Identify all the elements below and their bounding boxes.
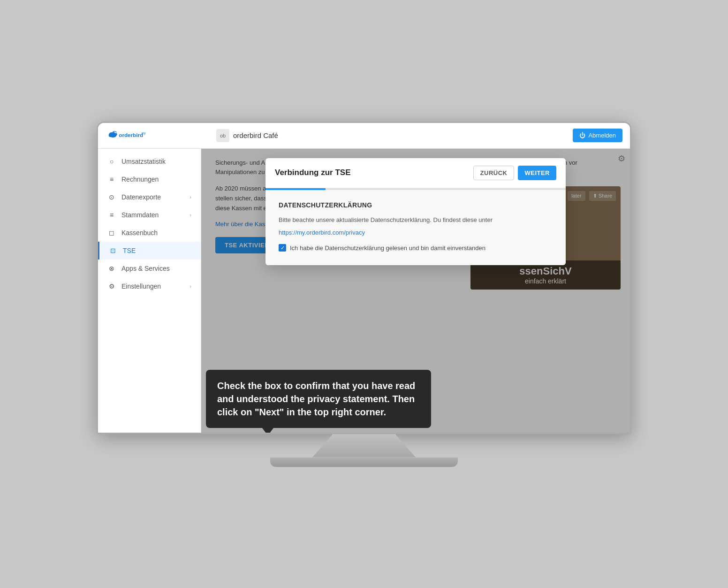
datenschutz-text: Bitte beachte unsere aktualisierte Daten… xyxy=(279,215,553,225)
privacy-checkbox[interactable] xyxy=(279,244,286,252)
modal-body: DATENSCHUTZERKLÄRUNG Bitte beachte unser… xyxy=(265,190,566,265)
chevron-right-icon: › xyxy=(190,283,191,289)
tooltip-box: Check the box to confirm that you have r… xyxy=(206,370,431,428)
checkbox-label: Ich habe die Datenschutzerklärung gelese… xyxy=(290,244,485,252)
sidebar-item-tse[interactable]: ⊡ TSE xyxy=(98,242,201,260)
main-content: ⚙ Sicherungs- und Aufzeichnungssysteme i… xyxy=(201,149,630,433)
main-layout: ○ Umsatzstatistik ≡ Rechnungen ⊙ Datenex… xyxy=(98,149,630,433)
chevron-right-icon: › xyxy=(190,212,191,218)
cafe-name: orderbird Café xyxy=(233,131,278,139)
zuruck-button[interactable]: ZURÜCK xyxy=(473,166,515,180)
modal-dialog: Verbindung zur TSE ZURÜCK WEITER DA xyxy=(265,158,566,265)
sidebar-item-rechnungen[interactable]: ≡ Rechnungen xyxy=(98,170,201,188)
sidebar: ○ Umsatzstatistik ≡ Rechnungen ⊙ Datenex… xyxy=(98,149,201,433)
monitor-stand xyxy=(312,434,416,458)
weiter-button[interactable]: WEITER xyxy=(518,166,556,180)
settings-icon: ⚙ xyxy=(107,283,116,290)
sidebar-item-stammdaten[interactable]: ≡ Stammdaten › xyxy=(98,206,201,224)
data-icon: ≡ xyxy=(107,211,116,219)
power-icon: ⏻ xyxy=(579,132,585,139)
logo-area: orderbird my xyxy=(106,128,209,143)
sidebar-item-kassenbuch[interactable]: ◻ Kassenbuch xyxy=(98,224,201,242)
monitor-base xyxy=(270,458,458,467)
export-icon: ⊙ xyxy=(107,193,116,201)
checkbox-row: Ich habe die Datenschutzerklärung gelese… xyxy=(279,244,553,252)
logo: orderbird my xyxy=(106,128,152,143)
sidebar-item-apps-services[interactable]: ⊗ Apps & Services xyxy=(98,260,201,277)
modal-header: Verbindung zur TSE ZURÜCK WEITER xyxy=(265,158,566,188)
tooltip-arrow xyxy=(262,428,273,433)
sidebar-item-datenexporte[interactable]: ⊙ Datenexporte › xyxy=(98,188,201,206)
header: orderbird my ob orderbird Café ⏻ Abmelde… xyxy=(98,123,630,149)
cafe-icon: ob xyxy=(216,129,229,142)
svg-text:orderbird: orderbird xyxy=(119,132,143,138)
datenschutz-title: DATENSCHUTZERKLÄRUNG xyxy=(279,201,553,209)
shield-icon: ⊡ xyxy=(109,247,117,254)
chart-icon: ○ xyxy=(107,158,116,165)
invoice-icon: ≡ xyxy=(107,176,116,183)
apps-icon: ⊗ xyxy=(107,265,116,272)
book-icon: ◻ xyxy=(107,229,116,237)
svg-text:my: my xyxy=(142,131,146,135)
sidebar-item-einstellungen[interactable]: ⚙ Einstellungen › xyxy=(98,277,201,295)
modal-actions: ZURÜCK WEITER xyxy=(473,166,556,180)
header-cafe-area: ob orderbird Café xyxy=(216,129,278,142)
privacy-link[interactable]: https://my.orderbird.com/privacy xyxy=(279,229,365,236)
chevron-right-icon: › xyxy=(190,194,191,200)
modal-title: Verbindung zur TSE xyxy=(275,168,351,177)
header-right: ⏻ Abmelden xyxy=(573,129,622,142)
abmelden-button[interactable]: ⏻ Abmelden xyxy=(573,129,622,142)
sidebar-item-umsatzstatistik[interactable]: ○ Umsatzstatistik xyxy=(98,153,201,170)
